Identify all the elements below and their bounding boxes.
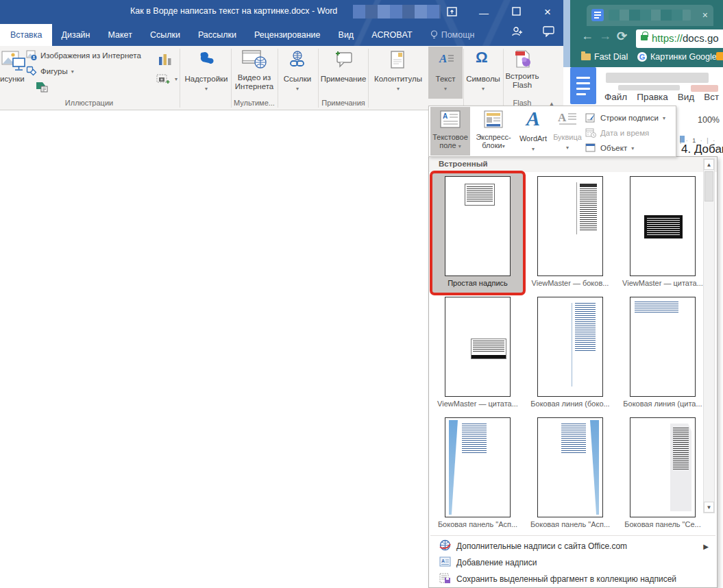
reload-icon[interactable]: ⟳ bbox=[617, 29, 627, 44]
shapes-button[interactable]: Фигуры ▾ bbox=[26, 66, 74, 77]
textbox-icon: A bbox=[440, 110, 461, 129]
chevron-down-icon: ▾ bbox=[296, 86, 299, 92]
dropcap-button[interactable]: A Буквица ▾ bbox=[551, 107, 584, 156]
close-icon[interactable]: × bbox=[540, 6, 555, 19]
menu-item-more-textboxes[interactable]: Дополнительные надписи с сайта Office.co… bbox=[429, 538, 717, 554]
signature-icon bbox=[585, 112, 596, 123]
screenshot-button[interactable]: ▾ bbox=[156, 73, 177, 84]
docs-zoom-control[interactable]: 100%▼ bbox=[698, 115, 723, 125]
header-footer-icon[interactable] bbox=[389, 50, 406, 69]
svg-text:A: A bbox=[441, 559, 445, 563]
comments-icon[interactable] bbox=[543, 26, 555, 37]
docs-menu-view[interactable]: Вид bbox=[678, 92, 694, 102]
tab-view[interactable]: Вид bbox=[330, 24, 363, 46]
bookmarks-bar: Fast Dial G Картинки Google bbox=[570, 51, 723, 67]
tab-acrobat[interactable]: ACROBAT bbox=[363, 24, 421, 46]
docs-title-blurred bbox=[606, 73, 709, 83]
comment-button[interactable]: Примечание bbox=[321, 75, 367, 83]
ribbon-display-options-icon[interactable] bbox=[444, 5, 459, 18]
date-time-icon bbox=[585, 127, 596, 138]
tab-insert[interactable]: Вставка bbox=[0, 24, 52, 46]
textbox-button[interactable]: A Текстовое поле ▾ bbox=[430, 107, 470, 156]
browser-tab[interactable]: × bbox=[587, 5, 713, 26]
word-titlebar: Как в Ворде написать текст на картинке.d… bbox=[0, 0, 563, 46]
online-pictures-icon bbox=[26, 50, 37, 61]
menu-item-save-selection[interactable]: Сохранить выделенный фрагмент в коллекци… bbox=[429, 571, 717, 587]
address-bar[interactable]: https://docs.go bbox=[636, 29, 723, 48]
addins-icon[interactable] bbox=[196, 49, 217, 69]
group-comments-label: Примечания bbox=[321, 99, 365, 107]
bookmark-google-images[interactable]: G Картинки Google bbox=[637, 52, 717, 62]
text-flyout-panel: A Текстовое поле ▾ Экспресс-блоки▾ A Wor… bbox=[428, 106, 676, 157]
links-button[interactable]: Ссылки bbox=[284, 75, 312, 83]
links-icon[interactable] bbox=[288, 50, 307, 69]
embed-flash-button[interactable]: Встроить Flash bbox=[502, 72, 542, 90]
padlock-icon bbox=[641, 35, 648, 40]
signature-lines-item[interactable]: Строки подписи ▾ bbox=[585, 110, 674, 125]
docs-menu-file[interactable]: Файл bbox=[604, 92, 627, 102]
symbols-icon[interactable]: Ω bbox=[476, 49, 488, 66]
date-time-item[interactable]: Дата и время bbox=[585, 125, 674, 140]
symbols-button[interactable]: Символы bbox=[466, 75, 500, 83]
chevron-down-icon: ▾ bbox=[444, 86, 447, 92]
docs-document-text: 4. Добавь bbox=[681, 143, 723, 156]
back-icon[interactable]: ← bbox=[581, 29, 593, 43]
screenshot-icon bbox=[156, 73, 171, 84]
docs-menu-insert[interactable]: Вст bbox=[704, 92, 719, 102]
docs-menubar: Файл Правка Вид Вст bbox=[604, 92, 719, 102]
scroll-up-icon[interactable]: ▲ bbox=[704, 159, 714, 170]
smartart-icon[interactable] bbox=[36, 82, 48, 93]
chevron-down-icon: ▾ bbox=[205, 86, 208, 92]
wordart-button[interactable]: A WordArt ▾ bbox=[517, 107, 550, 156]
google-docs-icon bbox=[591, 9, 604, 21]
maximize-icon[interactable] bbox=[508, 5, 524, 18]
image-bookmark-icon[interactable] bbox=[716, 52, 723, 60]
window-title: Как в Ворде написать текст на картинке.d… bbox=[130, 6, 337, 16]
header-footer-button[interactable]: Колонтитулы bbox=[374, 75, 422, 83]
add-textbox-icon: A bbox=[439, 556, 451, 569]
online-pictures-button[interactable]: Изображения из Интернета bbox=[26, 50, 141, 61]
chevron-down-icon: ▾ bbox=[482, 86, 485, 92]
tab-mailings[interactable]: Рассылки bbox=[189, 24, 245, 46]
share-person-icon[interactable] bbox=[511, 26, 524, 37]
forward-icon[interactable]: → bbox=[599, 29, 611, 43]
gallery-scrollbar[interactable]: ▲ ▼ bbox=[703, 158, 715, 513]
ribbon-tabs: Вставка Дизайн Макет Ссылки Рассылки Рец… bbox=[0, 24, 563, 46]
scroll-down-icon[interactable]: ▼ bbox=[704, 502, 714, 513]
tab-review[interactable]: Рецензирование bbox=[245, 24, 330, 46]
menu-item-draw-textbox[interactable]: A Добавление надписи bbox=[429, 554, 717, 571]
text-button[interactable]: Текст bbox=[436, 75, 456, 83]
window-edge bbox=[563, 0, 570, 67]
tab-layout[interactable]: Макет bbox=[99, 24, 141, 46]
docs-menu-edit[interactable]: Правка bbox=[637, 92, 668, 102]
pictures-button[interactable]: Рисунки bbox=[0, 75, 25, 83]
bookmark-fast-dial[interactable]: Fast Dial bbox=[581, 52, 628, 62]
svg-text:A: A bbox=[443, 112, 448, 120]
chevron-down-icon: ▾ bbox=[631, 145, 634, 151]
object-item[interactable]: Объект ▾ bbox=[585, 140, 674, 156]
embed-flash-icon[interactable] bbox=[513, 49, 533, 69]
chevron-down-icon: ▾ bbox=[397, 86, 400, 92]
minimize-icon[interactable]: — bbox=[476, 8, 491, 21]
tab-close-icon[interactable]: × bbox=[702, 9, 708, 21]
menu-divider bbox=[430, 535, 715, 536]
online-video-button[interactable]: Видео из Интернета bbox=[230, 73, 278, 91]
docs-menu-icon[interactable] bbox=[570, 67, 596, 104]
pictures-icon[interactable] bbox=[1, 50, 26, 72]
url-text[interactable]: https://docs.go bbox=[652, 32, 719, 44]
chart-icon[interactable] bbox=[158, 51, 173, 66]
shapes-icon bbox=[26, 66, 37, 77]
tab-references[interactable]: Ссылки bbox=[141, 24, 189, 46]
online-video-icon[interactable] bbox=[241, 49, 267, 69]
chevron-down-icon: ▾ bbox=[175, 76, 177, 82]
text-icon[interactable]: A bbox=[437, 50, 455, 68]
office-com-icon bbox=[439, 539, 451, 553]
scrollbar-thumb[interactable] bbox=[704, 171, 713, 201]
docs-title-blurred2 bbox=[618, 85, 680, 90]
titlebar-blurred-block bbox=[353, 5, 441, 19]
addins-button[interactable]: Надстройки bbox=[184, 75, 228, 83]
tab-assistant[interactable]: Помощн bbox=[421, 24, 484, 46]
comment-icon[interactable] bbox=[333, 49, 354, 69]
tab-design[interactable]: Дизайн bbox=[52, 24, 99, 46]
quick-parts-button[interactable]: Экспресс-блоки▾ bbox=[471, 107, 515, 156]
